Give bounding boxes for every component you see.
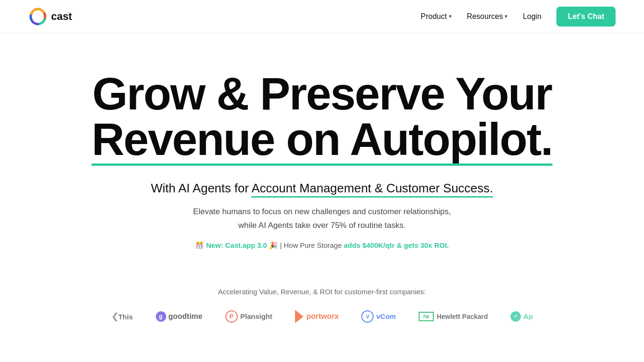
list-item: ✓ Ap: [510, 311, 533, 322]
list-item: V vCom: [361, 310, 396, 323]
product-nav-link[interactable]: Product ▾: [421, 12, 452, 21]
logo-link[interactable]: cast: [28, 7, 72, 26]
hero-title: Grow & Preserve Your Revenue on Autopilo…: [28, 71, 616, 162]
portworx-logo: portworx: [295, 310, 339, 323]
ap-icon: ✓: [510, 311, 521, 322]
product-chevron-icon: ▾: [449, 13, 452, 19]
hero-subtitle-highlight: Account Management & Customer Success.: [251, 181, 493, 198]
resources-nav-link[interactable]: Resources ▾: [467, 12, 508, 21]
list-item: hp Hewlett Packard: [419, 312, 488, 321]
logos-row: ❮This g goodtime P Plansight portworx: [28, 310, 616, 323]
list-item: P Plansight: [225, 310, 273, 323]
goodtime-icon: g: [156, 311, 166, 322]
list-item: g goodtime: [156, 311, 203, 322]
hero-title-line2: Revenue on Autopilot.: [91, 117, 552, 162]
logos-section: Accelerating Value, Revenue, & ROI for c…: [0, 269, 644, 333]
hero-title-line1: Grow & Preserve Your: [92, 68, 552, 119]
cast-logo-icon: [28, 7, 47, 26]
hero-description: Elevate humans to focus on new challenge…: [28, 205, 616, 233]
new-feature-link[interactable]: New: Cast.app 3.0 🎉: [206, 241, 278, 249]
sharethis-logo: ❮This: [111, 311, 133, 322]
hero-subtitle: With AI Agents for Account Management & …: [28, 181, 616, 196]
roi-link[interactable]: adds $400K/qtr & gets 30x ROI.: [344, 241, 449, 249]
logos-label: Accelerating Value, Revenue, & ROI for c…: [28, 288, 616, 296]
navbar: cast Product ▾ Resources ▾ Login Let's C…: [0, 0, 644, 33]
resources-chevron-icon: ▾: [505, 13, 508, 19]
hewlett-packard-logo: hp Hewlett Packard: [419, 312, 488, 321]
login-link[interactable]: Login: [523, 12, 541, 21]
ap-logo: ✓ Ap: [510, 311, 533, 322]
lets-chat-button[interactable]: Let's Chat: [556, 7, 616, 27]
logo-text: cast: [51, 10, 72, 23]
hero-desc-line2: while AI Agents take over 75% of routine…: [238, 221, 405, 230]
badge-emoji: 🎊: [195, 241, 206, 249]
list-item: ❮This: [111, 311, 133, 322]
plansight-logo: P Plansight: [225, 310, 273, 323]
nav-links: Product ▾ Resources ▾ Login Let's Chat: [421, 7, 616, 27]
badge-separator: | How Pure Storage: [280, 241, 344, 249]
product-label: Product: [421, 12, 447, 21]
resources-label: Resources: [467, 12, 503, 21]
vcom-icon: V: [361, 310, 374, 323]
hp-icon: hp: [419, 312, 434, 321]
list-item: portworx: [295, 310, 339, 323]
hero-badge: 🎊 New: Cast.app 3.0 🎉 | How Pure Storage…: [28, 241, 616, 250]
goodtime-logo: g goodtime: [156, 311, 203, 322]
hero-desc-line1: Elevate humans to focus on new challenge…: [193, 207, 451, 216]
hero-section: Grow & Preserve Your Revenue on Autopilo…: [0, 33, 644, 269]
plansight-icon: P: [225, 310, 238, 323]
portworx-arrow-icon: [295, 310, 304, 323]
vcom-logo: V vCom: [361, 310, 396, 323]
